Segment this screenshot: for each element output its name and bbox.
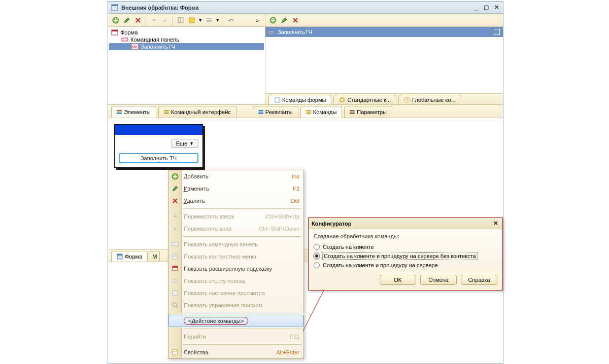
configurator-dialog: Конфигуратор ✕ Создание обработчика кома… [308, 217, 503, 290]
delete-icon[interactable] [291, 16, 300, 25]
ctx-edit[interactable]: Изменить F2 [168, 183, 303, 195]
tab-label: Элементы [124, 109, 151, 115]
minimize-icon[interactable]: _ [472, 4, 480, 11]
move-up-icon[interactable] [149, 16, 158, 25]
close-icon[interactable]: ✕ [493, 4, 500, 11]
folder-icon: ▭ [268, 29, 276, 35]
svg-line-25 [176, 306, 178, 308]
undo-icon[interactable] [226, 16, 235, 25]
grid-icon[interactable] [176, 16, 185, 25]
ctx-shortcut: Del [291, 198, 299, 204]
stack-icon [164, 110, 169, 114]
add-icon [171, 172, 179, 180]
fill-tch-button[interactable]: Заполнить ТЧ [119, 153, 198, 163]
help-button[interactable]: Справка [461, 275, 497, 285]
titlebar: Внешняя обработка: Форма _ ▢ ✕ [108, 2, 503, 14]
maximize-icon[interactable]: ▢ [483, 4, 490, 11]
move-up-icon [171, 212, 179, 221]
ctx-show-command-panel: Показать командную панель [168, 238, 303, 250]
button-label: Отмена [428, 277, 448, 283]
radio-label: Создать на клиенте и процедуру на сервер… [323, 262, 438, 268]
form-icon [117, 253, 123, 260]
search-row-icon [171, 277, 179, 285]
radio-create-client-server-no-context[interactable]: Создать на клиенте и процедуру на сервер… [314, 251, 497, 261]
add-icon[interactable] [111, 16, 120, 25]
tab-form-commands[interactable]: Команды формы [268, 95, 331, 104]
ctx-shortcut: F2 [293, 186, 299, 192]
chevron-down-icon: ▼ [189, 141, 194, 146]
tree-item-command-panel[interactable]: Командная панель [109, 36, 264, 43]
ctx-label: Показать строку поиска [184, 278, 299, 284]
ctx-label: Переместить вверх [184, 213, 262, 220]
tab-parameters[interactable]: Параметры [344, 106, 392, 118]
cancel-button[interactable]: Отмена [420, 275, 457, 285]
tab-label: М [152, 253, 157, 260]
panel-icon [121, 37, 128, 43]
app-window: Внешняя обработка: Форма _ ▢ ✕ ▾ ▾ [108, 1, 503, 364]
dropdown-icon[interactable]: ▾ [198, 16, 202, 25]
tooltip-icon [171, 265, 179, 273]
tab-attributes[interactable]: Реквизиты [253, 106, 298, 118]
ctx-show-tooltip[interactable]: Показать расширенную подсказку [168, 263, 303, 275]
context-menu-icon [171, 252, 179, 261]
radio-create-client-server[interactable]: Создать на клиенте и процедуру на сервер… [314, 261, 497, 270]
ctx-label: Показать контекстное меню [184, 253, 299, 260]
tree-item-fill-tch[interactable]: OK ЗаполнитьТЧ [109, 43, 264, 50]
list-item-label: ЗаполнитьТЧ [278, 29, 494, 35]
svg-rect-13 [275, 97, 279, 102]
delete-icon[interactable] [133, 16, 143, 25]
tab-commands[interactable]: Команды [300, 106, 343, 118]
radio-create-on-client[interactable]: Создать на клиенте [314, 242, 497, 251]
form-icon [111, 4, 118, 11]
list-icon[interactable] [205, 16, 214, 25]
ctx-add[interactable]: Добавить Ins [168, 170, 303, 183]
panel-color-icon[interactable] [187, 16, 196, 25]
ctx-command-action[interactable]: <Действие команды> [168, 315, 303, 327]
tab-global-commands[interactable]: Глобальные ко... [398, 95, 461, 104]
edit-icon[interactable] [280, 16, 289, 25]
ctx-shortcut: Ctrl+Shift+Down [259, 226, 299, 232]
edit-icon[interactable] [122, 16, 131, 25]
more-label: Еще [176, 140, 187, 147]
tab-label: Реквизиты [265, 109, 293, 115]
ctx-delete[interactable]: Удалить Del [168, 195, 303, 207]
add-icon[interactable] [268, 16, 278, 25]
doc-icon [274, 97, 280, 103]
commands-pane: ▭ ЗаполнитьТЧ Команды формы Стандартные … [265, 14, 503, 104]
commands-list[interactable]: ▭ ЗаполнитьТЧ [265, 27, 503, 93]
dropdown-icon[interactable]: ▾ [216, 16, 220, 25]
ctx-show-search-control: Показать управление поиском [168, 299, 303, 311]
tab-module-footer[interactable]: М [150, 251, 160, 262]
edit-icon [171, 185, 179, 193]
commands-subtabs: Команды формы Стандартные к... Глобальны… [265, 93, 503, 104]
more-button[interactable]: Еще ▼ [172, 139, 198, 148]
svg-point-14 [340, 98, 344, 102]
move-down-icon[interactable] [160, 16, 170, 25]
ctx-properties[interactable]: Свойства Alt+Enter [168, 346, 303, 358]
dialog-title: Конфигуратор [312, 221, 491, 227]
tree-item-form[interactable]: Форма [109, 29, 264, 36]
overflow-icon[interactable]: » [253, 16, 262, 25]
radio-icon [314, 253, 320, 259]
button-label: OK [394, 277, 402, 283]
stack-icon [350, 110, 355, 114]
ctx-label: <Действие команды> [184, 317, 248, 325]
close-icon[interactable]: ✕ [491, 220, 499, 228]
tab-form-footer[interactable]: Форма [111, 251, 148, 262]
checkbox-icon[interactable] [494, 29, 500, 35]
list-item[interactable]: ▭ ЗаполнитьТЧ [265, 27, 503, 37]
ctx-label: Показать командную панель [184, 241, 299, 247]
tab-command-interface[interactable]: Командный интерфейс [158, 106, 236, 118]
ctx-show-view-state: Показать состояние просмотра [168, 287, 303, 299]
button-label: Справка [468, 277, 490, 283]
ctx-goto: Перейти F12 [168, 331, 303, 343]
ok-button[interactable]: OK [380, 275, 416, 285]
tab-standard-commands[interactable]: Стандартные к... [333, 95, 396, 104]
tab-label: Команды формы [282, 97, 326, 103]
preview-form: Еще ▼ Заполнить ТЧ [114, 124, 203, 168]
ctx-label: Удалить [184, 198, 287, 204]
tab-elements[interactable]: Элементы [111, 106, 156, 118]
elements-tree[interactable]: Форма Командная панель OK ЗаполнитьТЧ [108, 27, 265, 104]
viewstate-icon [171, 289, 179, 297]
tab-label: Глобальные ко... [412, 97, 456, 103]
